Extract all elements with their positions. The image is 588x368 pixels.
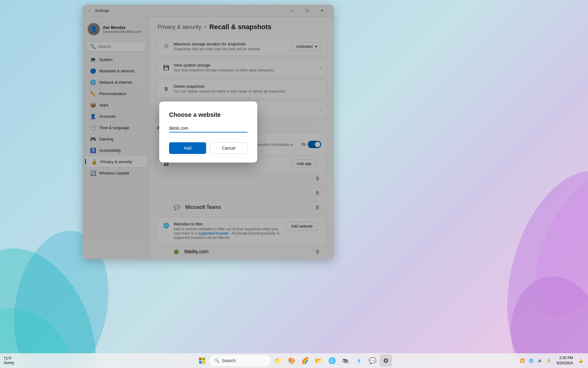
svg-rect-13 <box>202 361 205 364</box>
taskbar-search[interactable]: 🔍 Search <box>209 355 271 366</box>
taskbar-mail[interactable]: 📧 <box>353 355 365 367</box>
system-tray: 🔼 🌐 🔊 🔋 <box>519 358 552 363</box>
taskbar-right: 🔼 🌐 🔊 🔋 2:30 PM 9/24/2024 🔔 <box>519 355 584 366</box>
clock-date: 9/24/2024 <box>557 361 573 366</box>
svg-rect-12 <box>199 361 202 364</box>
settings-window: ← Settings — ☐ ✕ 👤 Zac Mendez zacmendez@… <box>83 5 334 259</box>
website-input[interactable] <box>169 125 247 132</box>
weather-condition: Sunny <box>4 361 14 365</box>
taskbar-file-explorer[interactable]: 📁 <box>272 355 284 367</box>
notification-icon[interactable]: 🔔 <box>577 358 584 363</box>
taskbar-left: 71°F Sunny <box>4 356 17 365</box>
taskbar-app-4[interactable]: 📂 <box>312 355 325 367</box>
taskbar-search-label: Search <box>222 358 236 363</box>
taskbar-teams[interactable]: 💬 <box>366 355 379 367</box>
svg-point-5 <box>516 160 588 331</box>
choose-website-modal: Choose a website Add Cancel <box>159 102 257 163</box>
taskbar-app-2[interactable]: 🎨 <box>285 355 298 367</box>
svg-rect-11 <box>202 358 205 360</box>
tray-network[interactable]: 🌐 <box>528 358 535 363</box>
windows-logo-icon <box>199 358 205 364</box>
taskbar-app-3[interactable]: 🌈 <box>299 355 311 367</box>
taskbar-browser[interactable]: 🌐 <box>326 355 338 367</box>
cancel-button[interactable]: Cancel <box>210 142 247 154</box>
tray-battery[interactable]: 🔋 <box>545 358 552 363</box>
modal-title: Choose a website <box>169 111 247 118</box>
taskbar-settings[interactable]: ⚙ <box>380 355 392 367</box>
tray-volume[interactable]: 🔊 <box>537 358 544 363</box>
taskbar: 71°F Sunny 🔍 Search 📁 🎨 🌈 📂 🌐 🛍 📧 💬 ⚙ <box>0 353 588 368</box>
clock[interactable]: 2:30 PM 9/24/2024 <box>555 355 575 366</box>
taskbar-store[interactable]: 🛍 <box>339 355 352 367</box>
clock-time: 2:30 PM <box>557 355 573 361</box>
bg-decoration-right <box>466 153 588 368</box>
svg-point-3 <box>486 156 588 368</box>
taskbar-center: 🔍 Search 📁 🎨 🌈 📂 🌐 🛍 📧 💬 ⚙ <box>196 355 392 367</box>
modal-buttons: Add Cancel <box>169 142 247 154</box>
modal-overlay: Choose a website Add Cancel <box>83 5 334 259</box>
start-button[interactable] <box>196 355 208 367</box>
weather-widget[interactable]: 71°F Sunny <box>4 356 14 365</box>
taskbar-search-icon: 🔍 <box>214 358 220 363</box>
svg-rect-10 <box>199 358 202 360</box>
tray-chevron[interactable]: 🔼 <box>519 358 526 363</box>
weather-temp: 71°F <box>4 356 11 361</box>
add-button[interactable]: Add <box>169 142 206 154</box>
